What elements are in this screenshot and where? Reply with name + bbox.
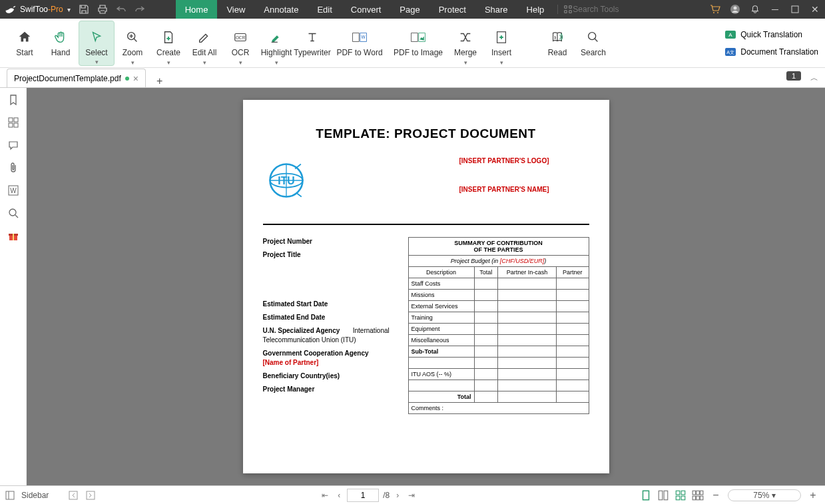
ribbon-edit-all[interactable]: Edit All▾ — [186, 21, 222, 66]
ribbon-highlight[interactable]: Highlight▾ — [258, 21, 294, 66]
divider — [263, 224, 589, 225]
svg-rect-39 — [681, 491, 685, 495]
search-input[interactable] — [573, 5, 659, 14]
cart-icon[interactable] — [705, 0, 725, 19]
view-continuous-icon[interactable] — [657, 489, 669, 501]
svg-rect-19 — [9, 118, 13, 122]
tab-title: ProjectDocumentTemplate.pdf — [14, 74, 121, 83]
field-project-manager: Project Manager — [263, 385, 396, 394]
comments-icon[interactable] — [7, 138, 20, 152]
svg-rect-41 — [681, 496, 685, 500]
svg-rect-33 — [69, 491, 77, 499]
menu-convert[interactable]: Convert — [342, 0, 391, 19]
ribbon-select[interactable]: Select▾ — [79, 21, 115, 66]
svg-text:W: W — [10, 187, 17, 194]
last-page-icon[interactable]: ⇥ — [406, 491, 417, 500]
app-menu-dropdown[interactable]: ▾ — [67, 6, 71, 13]
gift-icon[interactable] — [7, 229, 20, 242]
ribbon-pdf-to-image[interactable]: PDF to Image — [389, 21, 447, 66]
main-menu: Home View Annotate Edit Convert Page Pro… — [176, 0, 554, 19]
quick-translation[interactable]: AQuick Translation — [724, 29, 818, 41]
next-page-box-icon[interactable] — [86, 491, 97, 500]
search-panel-icon[interactable] — [7, 206, 20, 220]
search-tools[interactable] — [557, 5, 659, 14]
zoom-select[interactable]: 75% ▾ — [728, 489, 801, 501]
thumbnails-icon[interactable] — [7, 116, 20, 129]
tab-close-icon[interactable]: × — [133, 73, 138, 84]
ribbon-zoom[interactable]: Zoom▾ — [115, 21, 150, 66]
ribbon-ocr[interactable]: OCROCR▾ — [222, 21, 258, 66]
svg-rect-44 — [700, 491, 703, 495]
doc-title: TEMPLATE: PROJECT DOCUMENT — [263, 126, 589, 141]
svg-rect-32 — [6, 491, 14, 499]
ribbon-create[interactable]: Create▾ — [150, 21, 186, 66]
field-un-agency: U.N. Specialized Agency International Te… — [263, 326, 396, 345]
ribbon-pdf-to-word[interactable]: WPDF to Word — [330, 21, 389, 66]
collapse-ribbon-icon[interactable]: ︿ — [810, 73, 818, 84]
svg-point-0 — [713, 12, 714, 13]
sidebar-label[interactable]: Sidebar — [21, 491, 49, 500]
view-single-icon[interactable] — [640, 489, 652, 501]
sidebar-toggle-icon[interactable] — [5, 491, 15, 500]
save-button[interactable] — [75, 0, 93, 19]
prev-page-box-icon[interactable] — [69, 491, 79, 500]
ribbon-typewriter[interactable]: Typewriter — [294, 21, 330, 66]
field-gov-agency: Government Cooperation Agency [Name of P… — [263, 349, 396, 368]
project-fields: Project Number Project Title Estimated S… — [263, 237, 396, 414]
user-icon[interactable] — [725, 0, 745, 19]
document-viewport[interactable]: TEMPLATE: PROJECT DOCUMENT ITU [INSERT P… — [27, 88, 825, 485]
svg-rect-11 — [412, 33, 418, 41]
grid-icon — [563, 5, 573, 14]
ribbon-insert[interactable]: Insert▾ — [483, 21, 519, 66]
svg-text:A文: A文 — [726, 50, 734, 55]
view-facing-icon[interactable] — [675, 489, 687, 501]
svg-rect-8 — [353, 33, 360, 41]
print-button[interactable] — [93, 0, 112, 19]
menu-home[interactable]: Home — [176, 0, 218, 19]
app-name: SwifToo-Pro — [20, 5, 63, 14]
svg-text:OCR: OCR — [236, 35, 246, 39]
document-translation[interactable]: A文Document Translation — [724, 46, 818, 58]
svg-rect-38 — [676, 491, 680, 495]
bookmarks-icon[interactable] — [7, 93, 20, 107]
svg-rect-20 — [14, 118, 18, 122]
document-tab[interactable]: ProjectDocumentTemplate.pdf × — [7, 69, 146, 87]
itu-logo-icon: ITU — [263, 157, 310, 204]
svg-rect-45 — [692, 496, 696, 500]
redo-button[interactable] — [131, 0, 149, 19]
page-number-input[interactable] — [347, 489, 379, 502]
view-grid-icon[interactable] — [692, 489, 704, 501]
menu-protect[interactable]: Protect — [429, 0, 475, 19]
next-page-icon[interactable]: › — [394, 491, 402, 500]
partner-logo-placeholder: [INSERT PARTNER'S LOGO] — [459, 157, 549, 164]
zoom-in-button[interactable]: + — [806, 489, 820, 501]
prev-page-icon[interactable]: ‹ — [335, 491, 343, 500]
close-button[interactable]: ✕ — [805, 0, 825, 19]
ribbon-merge[interactable]: Merge▾ — [447, 21, 483, 66]
menu-share[interactable]: Share — [475, 0, 517, 19]
maximize-button[interactable] — [785, 0, 805, 19]
attachments-icon[interactable] — [7, 161, 20, 174]
zoom-out-button[interactable]: − — [709, 489, 722, 501]
svg-text:W: W — [362, 35, 366, 39]
main-area: W TEMPLATE: PROJECT DOCUMENT ITU [INSERT… — [0, 88, 825, 485]
ribbon-search[interactable]: Search — [575, 21, 611, 66]
menu-annotate[interactable]: Annotate — [254, 0, 308, 19]
bell-icon[interactable] — [745, 0, 765, 19]
menu-page[interactable]: Page — [390, 0, 429, 19]
menu-help[interactable]: Help — [517, 0, 554, 19]
menu-view[interactable]: View — [217, 0, 254, 19]
svg-rect-42 — [692, 491, 696, 495]
contribution-table: SUMMARY OF CONTRIBUTIONOF THE PARTIES Pr… — [408, 237, 589, 414]
svg-text:ITU: ITU — [278, 175, 294, 186]
ribbon-read[interactable]: Read — [539, 21, 575, 66]
new-tab-button[interactable]: + — [152, 75, 166, 87]
ribbon-hand[interactable]: Hand — [43, 21, 79, 66]
ribbon-start[interactable]: Start — [7, 21, 43, 66]
first-page-icon[interactable]: ⇤ — [319, 491, 331, 500]
undo-button[interactable] — [112, 0, 131, 19]
word-panel-icon[interactable]: W — [7, 184, 20, 197]
minimize-button[interactable]: ─ — [765, 0, 785, 19]
unsaved-indicator-icon — [125, 77, 129, 81]
menu-edit[interactable]: Edit — [308, 0, 341, 19]
